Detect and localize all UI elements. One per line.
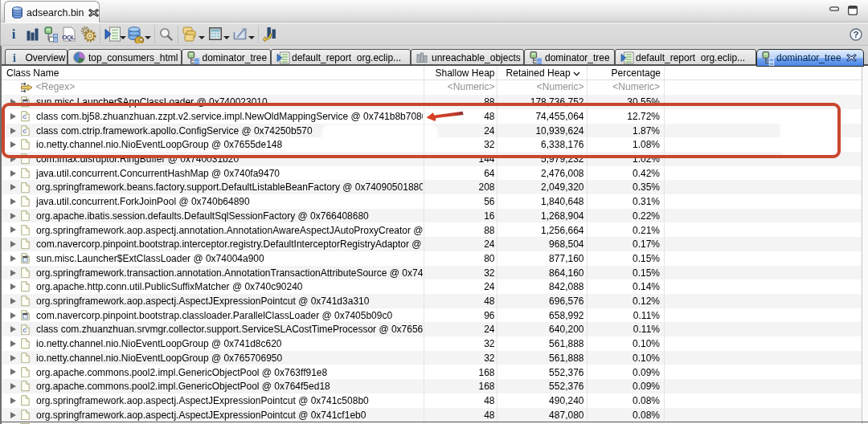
svg-text:c: c xyxy=(23,325,27,334)
